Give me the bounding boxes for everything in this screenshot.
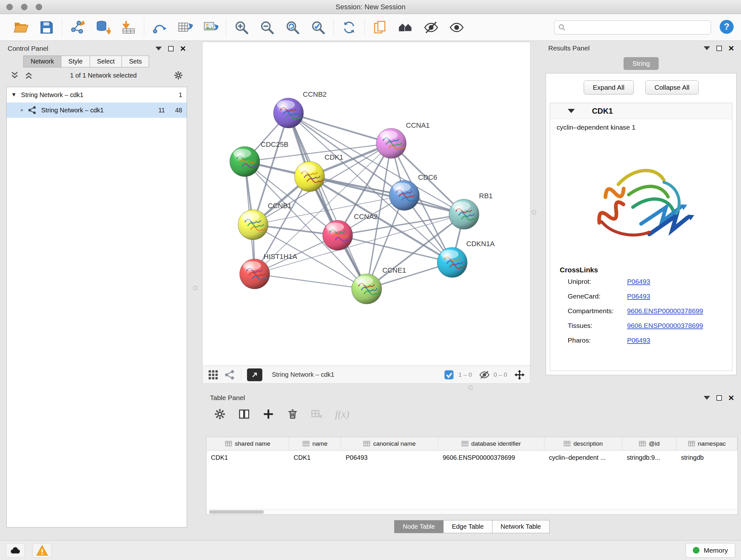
expand-all-button[interactable]: Expand All — [584, 80, 634, 95]
tree-expander-icon[interactable]: ▼ — [11, 91, 17, 98]
duplicate-network-button[interactable] — [370, 18, 390, 37]
column-header-namespace[interactable]: namespac — [677, 437, 738, 450]
tab-string[interactable]: String — [623, 57, 659, 70]
network-node-CCNE1[interactable]: CCNE1 — [352, 266, 406, 304]
cell-description[interactable]: cyclin–dependent ... — [544, 450, 622, 464]
cell-shared-name[interactable]: CDK1 — [206, 450, 289, 464]
network-edge[interactable] — [288, 113, 367, 289]
grid-view-icon[interactable] — [208, 369, 219, 380]
import-table-button[interactable] — [119, 18, 138, 37]
tab-style[interactable]: Style — [61, 56, 90, 67]
section-collapse-icon[interactable] — [568, 109, 575, 113]
network-edge[interactable] — [255, 274, 367, 289]
zoom-selected-button[interactable] — [309, 18, 328, 37]
network-view-icon[interactable] — [224, 369, 235, 380]
hidden-eye-slash-icon[interactable] — [479, 369, 490, 380]
column-header-canonical-name[interactable]: canonical name — [341, 437, 438, 450]
zoom-in-button[interactable] — [232, 18, 251, 37]
tab-sets[interactable]: Sets — [122, 56, 149, 67]
import-network-file-button[interactable] — [68, 18, 87, 37]
collapse-panel-icon[interactable] — [155, 47, 162, 51]
chevrons-down-icon[interactable] — [10, 71, 19, 80]
collapse-all-button[interactable]: Collapse All — [645, 80, 699, 95]
network-edge[interactable] — [288, 113, 391, 143]
tissues-link[interactable]: 9606.ENSP00000378699 — [627, 322, 732, 329]
window-close-button[interactable] — [6, 4, 13, 10]
refresh-button[interactable] — [340, 18, 359, 37]
network-node-RB1[interactable]: RB1 — [449, 192, 493, 229]
compartments-link[interactable]: 9606.ENSP00000378699 — [627, 307, 732, 315]
zoom-fit-button[interactable] — [283, 18, 302, 37]
network-canvas[interactable]: CCNB2CCNA1CDC25BCDK1CDC6RB1CCNB1CCNA2CDK… — [203, 42, 530, 365]
detach-view-button[interactable] — [247, 368, 262, 381]
protein-section-header[interactable]: CDK1 — [550, 103, 732, 119]
close-panel-icon[interactable]: × — [728, 393, 734, 402]
tab-network[interactable]: Network — [23, 56, 61, 67]
hide-details-button[interactable] — [421, 18, 441, 37]
genecard-link[interactable]: P06493 — [627, 293, 732, 300]
selected-checkbox-icon[interactable] — [444, 369, 455, 380]
network-node-HIST1H1A[interactable]: HIST1H1A — [240, 253, 297, 289]
export-image-button[interactable] — [201, 18, 220, 37]
column-header-shared-name[interactable]: shared name — [206, 437, 289, 450]
help-button[interactable]: ? — [718, 19, 735, 36]
float-panel-icon[interactable] — [717, 46, 722, 51]
table-row[interactable]: CDK1 CDK1 P06493 9606.ENSP00000378699 cy… — [206, 450, 738, 464]
collapse-panel-icon[interactable] — [704, 396, 710, 400]
column-header-database-identifier[interactable]: database identifier — [438, 437, 544, 450]
left-splitter-handle[interactable] — [193, 286, 198, 290]
collapse-panel-icon[interactable] — [704, 46, 710, 50]
column-header-description[interactable]: description — [544, 437, 622, 450]
pan-move-icon[interactable] — [514, 369, 525, 380]
right-splitter-handle[interactable] — [532, 210, 536, 214]
zoom-out-button[interactable] — [258, 18, 277, 37]
table-horizontal-scrollbar[interactable] — [206, 509, 738, 514]
float-panel-icon[interactable] — [717, 395, 722, 401]
export-table-button[interactable] — [176, 18, 195, 37]
column-header-name[interactable]: name — [289, 437, 341, 450]
search-input[interactable] — [569, 23, 707, 31]
show-details-button[interactable] — [447, 18, 466, 37]
search-box[interactable] — [554, 20, 711, 35]
export-network-button[interactable] — [150, 18, 169, 37]
tab-edge-table[interactable]: Edge Table — [443, 520, 492, 533]
cloud-status-button[interactable] — [6, 543, 25, 558]
network-node-CCNA1[interactable]: CCNA1 — [376, 121, 430, 159]
cell-id[interactable]: stringdb:9... — [622, 450, 677, 464]
horizontal-splitter-handle[interactable] — [468, 385, 473, 390]
network-node-CDC6[interactable]: CDC6 — [389, 173, 437, 210]
network-node-CDK1[interactable]: CDK1 — [294, 153, 343, 192]
cell-canonical-name[interactable]: P06493 — [341, 450, 438, 464]
float-panel-icon[interactable] — [168, 46, 174, 51]
close-panel-icon[interactable]: × — [180, 44, 186, 53]
add-column-button[interactable] — [262, 408, 274, 420]
table-settings-button[interactable] — [214, 408, 226, 420]
window-minimize-button[interactable] — [21, 4, 27, 10]
network-node-CCNB1[interactable]: CCNB1 — [238, 202, 292, 240]
warnings-button[interactable] — [32, 543, 52, 558]
network-row-selected[interactable]: ● String Network – cdk1 11 48 — [7, 103, 187, 118]
column-header-id[interactable]: @id — [622, 437, 677, 450]
network-collection-row[interactable]: ▼ String Network – cdk1 1 — [7, 87, 187, 103]
delete-column-button[interactable] — [286, 408, 299, 420]
tab-node-table[interactable]: Node Table — [394, 520, 444, 533]
memory-button[interactable]: Memory — [685, 543, 735, 558]
gear-icon[interactable] — [174, 71, 183, 80]
chevrons-up-icon[interactable] — [24, 71, 33, 80]
cell-database-identifier[interactable]: 9606.ENSP00000378699 — [438, 450, 544, 464]
open-session-button[interactable] — [11, 18, 30, 37]
tab-network-table[interactable]: Network Table — [492, 520, 549, 533]
tab-select[interactable]: Select — [90, 56, 122, 67]
scrollbar-thumb[interactable] — [209, 510, 264, 514]
home-view-button[interactable] — [396, 18, 415, 37]
network-node-CDKN1A[interactable]: CDKN1A — [437, 240, 495, 277]
cell-namespace[interactable]: stringdb — [677, 450, 738, 464]
show-columns-button[interactable] — [238, 408, 250, 420]
close-panel-icon[interactable]: × — [728, 44, 734, 53]
pharos-link[interactable]: P06493 — [627, 336, 732, 344]
save-session-button[interactable] — [37, 18, 56, 37]
uniprot-link[interactable]: P06493 — [627, 278, 732, 286]
cell-name[interactable]: CDK1 — [289, 450, 341, 464]
import-network-database-button[interactable] — [93, 18, 113, 37]
window-zoom-button[interactable] — [36, 4, 42, 10]
